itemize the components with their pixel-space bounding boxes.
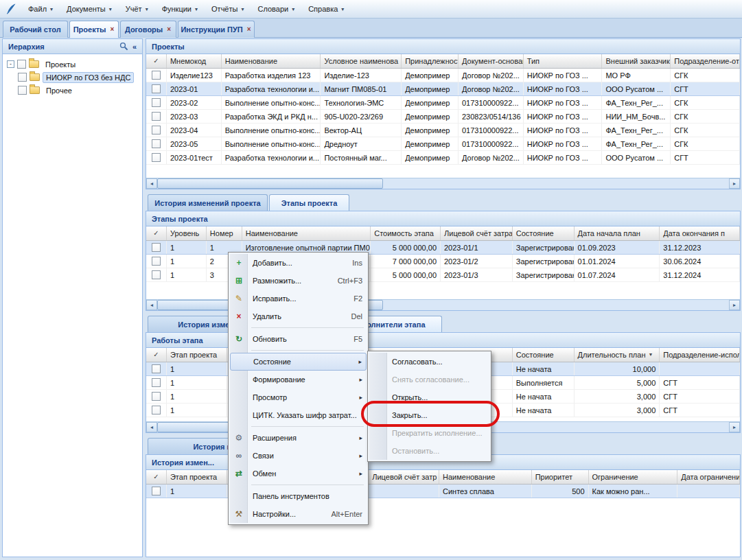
column-header[interactable]: Лицевой счёт затрат	[441, 226, 513, 240]
column-header[interactable]: Лицевой счёт затр	[369, 470, 439, 484]
column-header[interactable]: Принадлежность	[402, 54, 459, 68]
collapse-panel-icon[interactable]: «	[132, 43, 137, 51]
column-header[interactable]: Длительность план▼	[575, 348, 660, 362]
scrollbar-thumb[interactable]	[157, 178, 383, 189]
menu-item[interactable]: Панель инструментов	[230, 487, 367, 505]
menu-item[interactable]: ⊞Размножить...Ctrl+F3	[230, 272, 367, 290]
scroll-right-icon[interactable]: ▸	[729, 178, 740, 189]
menu-item[interactable]: ЦИТК. Указать шифр затрат...	[230, 406, 367, 424]
select-all-header[interactable]: ✓	[146, 348, 167, 362]
checkbox[interactable]	[152, 406, 161, 415]
column-header[interactable]: Подразделение-от	[671, 54, 740, 68]
column-header[interactable]: Этап проекта	[167, 348, 227, 362]
column-header[interactable]: Наименование	[242, 226, 371, 240]
column-header[interactable]: Состояние	[513, 348, 575, 362]
column-header[interactable]: Наименование	[439, 470, 532, 484]
close-icon[interactable]: ×	[166, 26, 172, 33]
tree-item[interactable]: Прочее	[3, 84, 142, 97]
scrollbar-track[interactable]	[383, 178, 729, 189]
column-header[interactable]: Этап проекта	[167, 470, 227, 484]
column-header[interactable]: Дата начала план	[575, 226, 660, 240]
menubar-item[interactable]: Справка▾	[301, 0, 351, 18]
column-header[interactable]: Дата ограничения	[677, 470, 740, 484]
checkbox[interactable]	[152, 487, 161, 495]
table-row[interactable]: 2023-03Разработка ЭКД и РКД н...905-U020…	[146, 110, 740, 124]
checkbox[interactable]	[152, 257, 161, 266]
checkbox[interactable]	[18, 73, 27, 82]
menu-item[interactable]: Формирование▸	[230, 371, 367, 388]
column-header[interactable]: Подразделение-исполн	[660, 348, 740, 362]
checkbox[interactable]	[152, 84, 161, 93]
menubar-item[interactable]: Файл▾	[21, 0, 60, 18]
column-header[interactable]: Ограничение	[589, 470, 678, 484]
main-tab[interactable]: Инструкции ПУП×	[178, 21, 255, 38]
menu-item[interactable]: ⚒Настройки...Alt+Enter	[230, 505, 367, 523]
menu-item[interactable]: Закрыть...	[369, 406, 489, 424]
checkbox[interactable]	[17, 60, 26, 69]
table-row[interactable]: Изделие123Разработка изделия 123Изделие-…	[146, 69, 740, 82]
scroll-left-icon[interactable]: ◂	[146, 422, 157, 432]
menu-item[interactable]: Открыть...	[369, 388, 489, 406]
checkbox[interactable]	[152, 98, 161, 107]
table-row[interactable]: 2023-05Выполнение опытно-конс...Дредноут…	[146, 137, 740, 151]
checkbox[interactable]	[152, 139, 161, 148]
column-header[interactable]: Номер	[207, 226, 242, 240]
column-header[interactable]: Приоритет	[532, 470, 589, 484]
checkbox[interactable]	[152, 153, 161, 162]
menu-item[interactable]: ×УдалитьDel	[230, 307, 367, 325]
checkbox[interactable]	[152, 126, 161, 135]
table-row[interactable]: 2023-04Выполнение опытно-конс...Вектор-А…	[146, 124, 740, 137]
checkbox[interactable]	[152, 364, 161, 373]
table-row[interactable]: 2023-02Выполнение опытно-конс...Технолог…	[146, 96, 740, 110]
select-all-header[interactable]: ✓	[146, 54, 167, 68]
checkbox[interactable]	[18, 86, 27, 95]
tree-item[interactable]: -Проекты	[3, 58, 142, 71]
scroll-left-icon[interactable]: ◂	[146, 178, 157, 189]
section-tab[interactable]: История изменений проекта	[148, 194, 268, 211]
menu-item[interactable]: +Добавить...Ins	[230, 254, 367, 272]
column-header[interactable]: Наименование	[222, 54, 321, 68]
checkbox[interactable]	[152, 112, 161, 121]
expander-icon[interactable]: -	[7, 60, 14, 68]
column-header[interactable]: Условное наименова	[321, 54, 402, 68]
menu-item[interactable]: Состояние▸	[230, 353, 367, 371]
menu-item[interactable]: ↻ОбновитьF5	[230, 330, 367, 348]
table-row[interactable]: 2023-01Разработка технологии и...Магнит …	[146, 82, 740, 96]
menu-item[interactable]: Согласовать...	[369, 353, 489, 371]
select-all-header[interactable]: ✓	[146, 226, 167, 240]
scroll-right-icon[interactable]: ▸	[729, 300, 740, 310]
scroll-left-icon[interactable]: ◂	[146, 300, 157, 310]
main-tab[interactable]: Рабочий стол	[3, 21, 68, 38]
find-icon[interactable]	[119, 42, 128, 51]
menubar-item[interactable]: Отчёты▾	[205, 0, 251, 18]
menubar-item[interactable]: Учёт▾	[119, 0, 155, 18]
scroll-right-icon[interactable]: ▸	[729, 422, 740, 432]
column-header[interactable]: Уровень	[167, 226, 207, 240]
column-header[interactable]: Тип	[524, 54, 603, 68]
section-tab[interactable]: Этапы проекта	[269, 194, 349, 211]
checkbox[interactable]	[152, 71, 161, 80]
column-header[interactable]: Состояние	[513, 226, 575, 240]
menubar-item[interactable]: Словари▾	[251, 0, 301, 18]
column-header[interactable]: Документ-основан	[459, 54, 524, 68]
checkbox[interactable]	[152, 378, 161, 387]
menubar-item[interactable]: Документы▾	[60, 0, 119, 18]
column-header[interactable]: Внешний заказчик	[602, 54, 671, 68]
checkbox[interactable]	[152, 392, 161, 401]
menubar-item[interactable]: Функции▾	[155, 0, 205, 18]
select-all-header[interactable]: ✓	[146, 470, 167, 484]
menu-item[interactable]: Просмотр▸	[230, 388, 367, 406]
horizontal-scrollbar[interactable]: ◂▸	[146, 178, 740, 189]
column-header[interactable]: Дата окончания п	[660, 226, 740, 240]
main-tab[interactable]: Договоры×	[120, 21, 176, 38]
column-header[interactable]: Мнемокод	[167, 54, 222, 68]
tree-item[interactable]: НИОКР по ГОЗ без НДС	[3, 71, 142, 84]
checkbox[interactable]	[152, 243, 161, 252]
menu-item[interactable]: ✎Исправить...F2	[230, 290, 367, 307]
main-tab[interactable]: Проекты×	[69, 21, 119, 38]
menu-item[interactable]: ∞Связи▸	[230, 447, 367, 465]
scrollbar-track[interactable]	[383, 300, 729, 310]
close-icon[interactable]: ×	[246, 26, 252, 33]
checkbox[interactable]	[152, 270, 161, 279]
column-header[interactable]: Стоимость этапа	[371, 226, 441, 240]
